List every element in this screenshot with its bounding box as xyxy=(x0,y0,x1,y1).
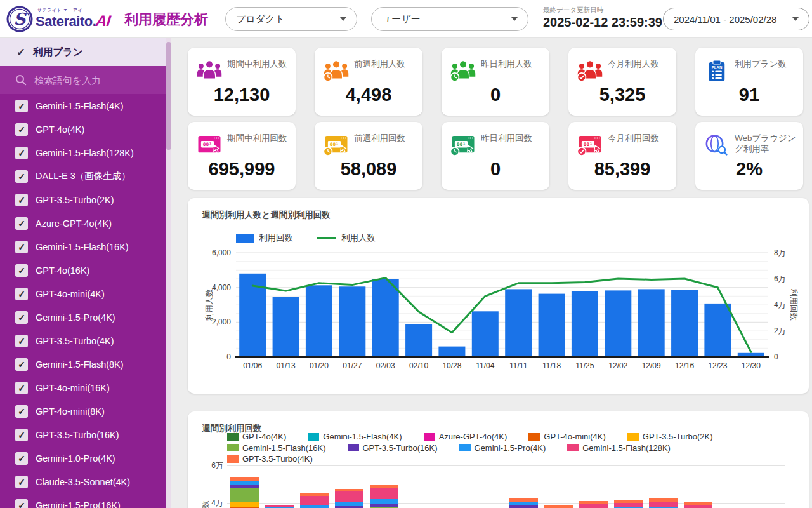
x-axis-tick: 01/06 xyxy=(243,361,262,370)
plan-checkbox[interactable]: ✓ xyxy=(15,452,28,465)
chevron-down-icon xyxy=(511,17,518,21)
plan-item[interactable]: ✓Gemini-1.5-Flash(4K) xyxy=(0,94,171,117)
bar xyxy=(472,311,499,357)
scrollbar-thumb[interactable] xyxy=(166,42,171,150)
sidebar-scrollbar xyxy=(166,38,171,508)
stat-card: 00¹期間中利用回数695,999 xyxy=(188,122,296,190)
plan-checkbox[interactable]: ✓ xyxy=(15,405,28,418)
page-title: 利用履歴分析 xyxy=(124,10,208,29)
y-axis-tick: 4万 xyxy=(774,300,786,309)
svg-text:00¹: 00¹ xyxy=(330,142,339,147)
plan-item[interactable]: ✓Gemini-1.5-Flash(128K) xyxy=(0,141,171,164)
stacked-bar-segment xyxy=(649,502,678,507)
stat-card: 昨日利用人数0 xyxy=(442,48,549,116)
plan-checkbox[interactable]: ✓ xyxy=(15,241,28,253)
stacked-bar-segment xyxy=(614,500,643,503)
bar xyxy=(738,353,764,357)
stat-value: 5,325 xyxy=(568,84,676,105)
plan-label: GPT-4o(4K) xyxy=(36,124,84,135)
x-axis-tick: 01/20 xyxy=(310,361,329,370)
product-dropdown[interactable]: プロダクト xyxy=(225,7,357,31)
stacked-bar-segment xyxy=(265,505,294,507)
stacked-bar-segment xyxy=(370,504,398,507)
y-axis-tick: 6万 xyxy=(192,460,223,471)
svg-text:00¹: 00¹ xyxy=(203,142,212,147)
product-dropdown-label: プロダクト xyxy=(236,13,285,25)
sidebar: ✓ 利用プラン ✓Gemini-1.5-Flash(4K)✓GPT-4o(4K)… xyxy=(0,38,171,508)
logo-emblem: S xyxy=(6,6,33,32)
plan-checkbox[interactable]: ✓ xyxy=(15,147,28,159)
stacked-bar-segment xyxy=(300,496,329,505)
plan-label: Gemini-1.5-Flash(128K) xyxy=(36,148,134,158)
x-axis-tick: 11/18 xyxy=(542,361,561,370)
plan-item[interactable]: ✓GPT-4o(16K) xyxy=(0,258,171,282)
plan-label: Gemini-1.5-Flash(4K) xyxy=(36,101,124,111)
stacked-bar-segment xyxy=(649,498,678,502)
plan-item[interactable]: ✓Gemini-1.0-Pro(4K) xyxy=(0,446,171,470)
plan-item[interactable]: ✓Gemini-1.5-Flash(8K) xyxy=(0,352,171,376)
stacked-bar-segment xyxy=(335,502,363,506)
y-axis-tick: 2万 xyxy=(774,326,786,335)
plan-checkbox[interactable]: ✓ xyxy=(15,264,28,277)
date-range-picker[interactable]: 2024/11/01 - 2025/02/28 xyxy=(663,8,809,30)
stat-label: 今月利用人数 xyxy=(608,58,671,69)
stacked-bar-segment xyxy=(300,493,329,496)
plan-item[interactable]: ✓GPT-4o-mini(16K) xyxy=(0,376,171,399)
plan-checkbox[interactable]: ✓ xyxy=(15,100,28,112)
plan-item[interactable]: ✓Gemini-1.5-Pro(4K) xyxy=(0,305,171,329)
plan-filter-header[interactable]: ✓ 利用プラン xyxy=(0,38,171,66)
plan-checkbox[interactable]: ✓ xyxy=(15,358,28,371)
plan-item[interactable]: ✓Claude-3.5-Sonnet(4K) xyxy=(0,470,171,493)
plan-item[interactable]: ✓Gemini-1.5-Flash(16K) xyxy=(0,235,171,258)
plan-checkbox[interactable]: ✓ xyxy=(15,335,28,347)
plan-label: DALL-E 3（画像生成） xyxy=(36,170,131,182)
plan-checkbox[interactable]: ✓ xyxy=(15,170,28,183)
users-check-icon xyxy=(577,57,603,81)
plan-checkbox[interactable]: ✓ xyxy=(15,382,28,394)
stat-value: 0 xyxy=(442,84,549,105)
last-update-label: 最終データ更新日時 xyxy=(543,6,662,15)
plan-item[interactable]: ✓GPT-3.5-Turbo(4K) xyxy=(0,329,171,352)
svg-text:S: S xyxy=(14,10,27,29)
stat-label: Webブラウジング利用率 xyxy=(735,133,798,154)
plan-label: GPT-4o(16K) xyxy=(36,265,89,276)
plan-checkbox[interactable]: ✓ xyxy=(15,288,28,300)
stacked-bar-segment xyxy=(614,503,643,507)
user-dropdown[interactable]: ユーザー xyxy=(371,7,528,31)
plan-label: Claude-3.5-Sonnet(4K) xyxy=(36,477,130,487)
check-icon: ✓ xyxy=(16,46,25,59)
stat-value: 0 xyxy=(442,159,549,180)
plan-checkbox[interactable]: ✓ xyxy=(15,311,28,324)
stacked-bar-segment xyxy=(684,505,712,508)
plan-item[interactable]: ✓GPT-4o-mini(8K) xyxy=(0,399,171,423)
bar xyxy=(572,291,598,358)
plan-checkbox[interactable]: ✓ xyxy=(15,476,28,488)
plan-item[interactable]: ✓Azure-GPT-4o(4K) xyxy=(0,211,171,235)
plan-item[interactable]: ✓GPT-3.5-Turbo(16K) xyxy=(0,423,171,446)
bar xyxy=(505,289,532,357)
stat-label: 昨日利用人数 xyxy=(481,58,544,69)
plan-checkbox[interactable]: ✓ xyxy=(15,217,28,230)
plan-checkbox[interactable]: ✓ xyxy=(15,499,28,508)
plan-checkbox[interactable]: ✓ xyxy=(15,123,28,136)
plan-item[interactable]: ✓GPT-3.5-Turbo(2K) xyxy=(0,188,171,211)
stacked-bar-segment xyxy=(300,505,329,508)
svg-text:00¹: 00¹ xyxy=(457,142,466,147)
plan-label: GPT-4o-mini(4K) xyxy=(36,289,105,299)
plan-label: Gemini-1.5-Pro(4K) xyxy=(36,312,115,323)
plan-item[interactable]: ✓GPT-4o-mini(4K) xyxy=(0,282,171,305)
plan-checkbox[interactable]: ✓ xyxy=(15,429,28,441)
counter-icon: 00¹ xyxy=(196,131,223,156)
stacked-bar-segment xyxy=(370,488,398,499)
counter-clock-icon: 00¹ xyxy=(323,131,350,156)
plan-checkbox[interactable]: ✓ xyxy=(15,194,28,206)
plan-item[interactable]: ✓Gemini-1.5-Pro(16K) xyxy=(0,493,171,508)
plan-clipboard-icon: PLAN xyxy=(704,57,730,81)
plan-label: Gemini-1.5-Pro(16K) xyxy=(36,500,121,508)
stat-card: Webブラウジング利用率2% xyxy=(695,122,803,190)
plan-item[interactable]: ✓DALL-E 3（画像生成） xyxy=(0,164,171,188)
x-axis-tick: 12/02 xyxy=(608,361,627,370)
plan-item[interactable]: ✓GPT-4o(4K) xyxy=(0,117,171,141)
search-input[interactable] xyxy=(34,75,148,86)
date-range-label: 2024/11/01 - 2025/02/28 xyxy=(674,14,776,25)
